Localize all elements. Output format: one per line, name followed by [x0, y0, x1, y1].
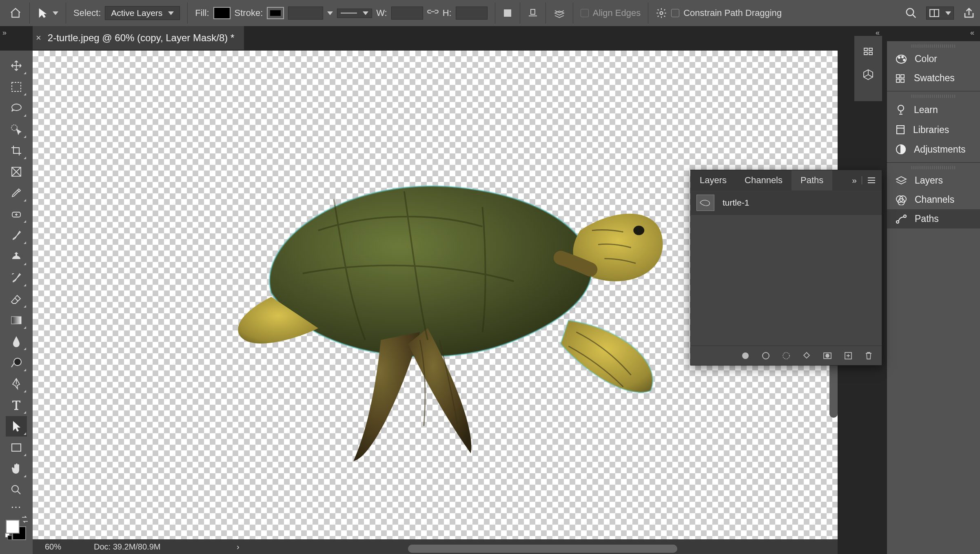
- fill-swatch[interactable]: [213, 7, 231, 19]
- panel-swatches[interactable]: Swatches: [887, 69, 980, 88]
- right-panel-dock: Color Swatches Learn Libraries Adjustmen…: [887, 41, 980, 554]
- path-name: turtle-1: [723, 198, 749, 208]
- path-operations-icon[interactable]: [503, 8, 512, 18]
- svg-rect-24: [897, 126, 904, 134]
- lasso-tool[interactable]: [6, 98, 27, 118]
- load-selection-icon[interactable]: [782, 352, 790, 360]
- path-arrangement-icon[interactable]: [553, 7, 565, 19]
- clone-stamp-tool[interactable]: [6, 246, 27, 267]
- eraser-tool[interactable]: [6, 289, 27, 309]
- align-edges-label: Align Edges: [593, 8, 641, 18]
- panel-grip[interactable]: [911, 166, 956, 169]
- properties-icon[interactable]: [862, 46, 874, 57]
- add-mask-icon[interactable]: [823, 352, 832, 359]
- delete-path-icon[interactable]: [865, 351, 873, 360]
- constrain-label: Constrain Path Dragging: [683, 8, 782, 18]
- zoom-tool[interactable]: [6, 480, 27, 500]
- horizontal-scrollbar[interactable]: [408, 545, 677, 553]
- stroke-width-input[interactable]: [288, 7, 323, 20]
- panel-adjustments[interactable]: Adjustments: [887, 140, 980, 159]
- divider: [862, 176, 862, 184]
- panel-swatches-label: Swatches: [914, 73, 955, 84]
- path-selection-tool[interactable]: [6, 416, 27, 437]
- panel-color[interactable]: Color: [887, 49, 980, 69]
- expand-toolbar-icon[interactable]: »: [2, 29, 7, 37]
- new-path-icon[interactable]: [844, 352, 852, 360]
- pen-tool[interactable]: [6, 374, 27, 394]
- hand-tool[interactable]: [6, 459, 27, 479]
- tab-channels-label: Channels: [745, 175, 783, 186]
- gradient-tool[interactable]: [6, 310, 27, 330]
- select-scope-value: Active Layers: [111, 8, 162, 18]
- path-thumbnail: [696, 195, 714, 211]
- status-more-icon[interactable]: ›: [237, 542, 239, 552]
- eyedropper-tool[interactable]: [6, 183, 27, 203]
- panel-learn[interactable]: Learn: [887, 100, 980, 120]
- spot-healing-tool[interactable]: [6, 204, 27, 224]
- svg-point-2: [907, 9, 914, 16]
- brush-tool[interactable]: [6, 225, 27, 246]
- foreground-color[interactable]: [6, 520, 20, 534]
- edit-toolbar-icon[interactable]: ⋯: [6, 501, 27, 513]
- stroke-style-dropdown[interactable]: [337, 9, 372, 18]
- panel-menu-icon[interactable]: [867, 177, 876, 184]
- options-bar: Select: Active Layers Fill: Stroke: W: H…: [0, 0, 980, 26]
- panel-grip[interactable]: [911, 95, 956, 98]
- history-brush-tool[interactable]: [6, 268, 27, 288]
- height-input[interactable]: [456, 7, 488, 20]
- svg-rect-8: [11, 317, 21, 324]
- stroke-swatch[interactable]: [267, 7, 284, 19]
- type-tool[interactable]: [6, 395, 27, 415]
- tool-preset-dropdown-icon[interactable]: [53, 11, 58, 15]
- panel-grip[interactable]: [911, 44, 956, 48]
- tab-paths[interactable]: Paths: [792, 170, 832, 191]
- fill-path-icon[interactable]: [741, 352, 749, 360]
- panel-paths[interactable]: Paths: [887, 209, 980, 228]
- collapse-panel-icon[interactable]: »: [852, 175, 857, 185]
- search-icon[interactable]: [905, 7, 917, 19]
- 3d-icon[interactable]: [862, 69, 874, 81]
- panel-libraries-label: Libraries: [913, 124, 949, 135]
- collapse-panel-icon[interactable]: «: [970, 29, 974, 37]
- foreground-background-swatch[interactable]: [6, 518, 27, 539]
- svg-point-17: [902, 56, 903, 58]
- home-icon[interactable]: [9, 7, 22, 19]
- link-icon[interactable]: [427, 9, 439, 17]
- tab-channels[interactable]: Channels: [736, 170, 792, 191]
- constrain-checkbox[interactable]: [671, 9, 679, 17]
- stroke-width-chevron-icon[interactable]: [327, 11, 333, 15]
- svg-point-14: [633, 226, 644, 235]
- quick-select-tool[interactable]: [6, 119, 27, 140]
- select-scope-dropdown[interactable]: Active Layers: [105, 6, 180, 20]
- chevron-down-icon: [168, 11, 174, 15]
- crop-tool[interactable]: [6, 140, 27, 161]
- rectangular-marquee-tool[interactable]: [6, 77, 27, 97]
- path-item[interactable]: turtle-1: [691, 191, 882, 215]
- rectangle-tool[interactable]: [6, 437, 27, 458]
- width-input[interactable]: [391, 7, 423, 20]
- move-tool[interactable]: [6, 55, 27, 76]
- line-icon: [341, 13, 357, 13]
- make-workpath-icon[interactable]: [803, 352, 811, 360]
- panel-channels[interactable]: Channels: [887, 190, 980, 209]
- path-selection-tool-icon[interactable]: [37, 7, 49, 20]
- panel-layers[interactable]: Layers: [887, 171, 980, 190]
- zoom-level[interactable]: 60%: [45, 542, 61, 552]
- doc-size[interactable]: Doc: 39.2M/80.9M: [94, 542, 160, 552]
- close-document-icon[interactable]: ×: [36, 33, 41, 43]
- gear-icon[interactable]: [656, 7, 667, 19]
- path-align-icon[interactable]: [528, 8, 538, 18]
- frame-tool[interactable]: [6, 162, 27, 182]
- dodge-tool[interactable]: [6, 352, 27, 373]
- fill-label: Fill:: [195, 8, 209, 18]
- screen-mode-dropdown[interactable]: [926, 7, 954, 20]
- stroke-path-icon[interactable]: [762, 352, 770, 360]
- share-icon[interactable]: [963, 7, 975, 19]
- swap-colors-icon[interactable]: [20, 515, 29, 524]
- svg-point-31: [742, 352, 749, 359]
- panel-libraries[interactable]: Libraries: [887, 120, 980, 140]
- tab-layers[interactable]: Layers: [691, 170, 736, 191]
- align-edges-checkbox[interactable]: [581, 9, 589, 17]
- blur-tool[interactable]: [6, 331, 27, 352]
- document-tab[interactable]: × 2-turtle.jpeg @ 60% (copy, Layer Mask/…: [33, 26, 244, 50]
